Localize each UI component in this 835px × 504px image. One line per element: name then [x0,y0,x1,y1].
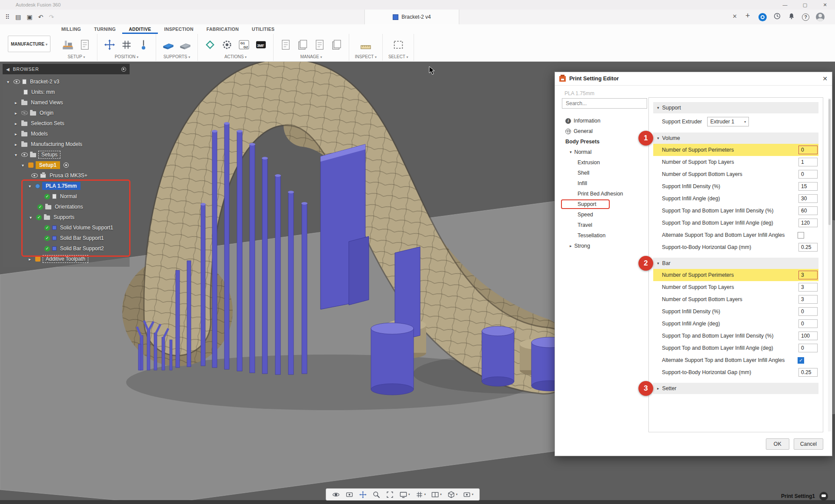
offset-pin-icon[interactable] [137,38,150,51]
ribbon-group-label[interactable]: INSPECT ▾ [355,54,377,60]
section-header-bar[interactable]: ▾ Bar [653,258,818,269]
collapse-panel-icon[interactable]: ◀ [6,67,10,72]
setting-input[interactable] [798,170,818,179]
setup-machine-icon[interactable] [61,38,74,51]
window-select-icon[interactable] [392,38,405,51]
tri-down-icon[interactable] [29,184,33,189]
ribbon-tab-fabrication[interactable]: FABRICATION [200,24,245,34]
app-grid-icon[interactable]: ⠿ [5,13,10,20]
setting-checkbox[interactable]: ✓ [798,357,804,364]
viewports-icon[interactable]: ▾ [430,491,443,499]
chevron-down-icon[interactable]: ▾ [657,261,659,265]
setting-input[interactable] [798,158,818,166]
browser-item-manufacturing-models[interactable]: Manufacturing Models [3,139,130,149]
ribbon-tab-inspection[interactable]: INSPECTION [158,24,200,34]
setting-input[interactable] [798,295,818,304]
display-settings-icon[interactable]: ▾ [398,491,411,499]
ribbon-group-label[interactable]: MANAGE ▾ [279,54,343,60]
document-tab[interactable]: Bracket-2 v4 [364,10,459,24]
orbit-icon[interactable] [331,491,341,499]
dialog-nav-speed[interactable]: Speed [561,209,647,220]
support-volume-icon[interactable] [162,38,175,51]
setting-input[interactable] [798,194,818,203]
ribbon-tab-turning[interactable]: TURNING [87,24,122,34]
file-menu-icon[interactable]: ▤ [15,13,21,20]
redo-icon[interactable]: ↷ [49,13,54,20]
ribbon-group-label[interactable]: ACTIONS ▾ [204,54,267,60]
new-tab-button[interactable]: + [745,11,750,20]
browser-item-supports[interactable]: Supports [3,212,130,222]
visual-style-icon[interactable]: ▾ [446,491,459,499]
close-button[interactable]: ✕ [815,0,835,10]
browser-item-solid-volume-support1[interactable]: Solid Volume Support1 [3,222,130,233]
tri-right-icon[interactable] [15,142,19,147]
setting-input[interactable] [798,243,818,252]
dialog-nav-shell[interactable]: Shell [561,168,647,178]
section-header-setter[interactable]: ▸ Setter [653,383,818,394]
setting-input[interactable] [798,319,818,328]
generate-icon[interactable] [220,38,234,51]
browser-item-selection-sets[interactable]: Selection Sets [3,118,130,129]
eye-off-icon[interactable] [21,111,28,115]
scrollbar-thumb[interactable] [828,99,831,225]
eye-icon[interactable] [21,153,28,157]
minimize-button[interactable]: — [775,0,795,10]
browser-item-solid-bar-support2[interactable]: Solid Bar Support2 [3,243,130,254]
setting-input[interactable] [798,182,818,191]
dialog-nav-travel[interactable]: Travel [561,220,647,230]
section-header-support[interactable]: ▾ Support [653,102,818,113]
browser-item-setups[interactable]: Setups [3,149,130,160]
ribbon-group-label[interactable]: SELECT ▾ [388,54,408,60]
browser-header[interactable]: ◀ BROWSER [3,64,130,74]
library-icon[interactable] [330,38,343,51]
workspace-switcher[interactable]: MANUFACTURE ▾ [8,36,50,52]
chevron-right-icon[interactable]: ▸ [657,386,659,391]
setting-input[interactable] [798,146,818,154]
tab-close-icon[interactable]: ✕ [732,13,737,20]
browser-item-named-views[interactable]: Named Views [3,97,130,108]
job-status-icon[interactable] [773,12,781,22]
dialog-nav-body-presets[interactable]: Body Presets [561,136,647,147]
look-at-icon[interactable] [344,491,355,499]
browser-item-orientations[interactable]: Orientations [3,202,130,212]
ok-button[interactable]: OK [766,438,789,450]
dialog-nav-extrusion[interactable]: Extrusion [561,157,647,168]
dialog-nav-normal[interactable]: ▾Normal [561,147,647,157]
browser-options-icon[interactable] [121,67,126,72]
tri-right-icon[interactable] [15,111,19,116]
browser-item-solid-bar-support1[interactable]: Solid Bar Support1 [3,233,130,243]
help-icon[interactable]: ? [802,13,809,21]
browser-item-pla-1-75mm[interactable]: PLA 1.75mm [3,181,130,191]
setting-input[interactable] [798,206,818,215]
undo-icon[interactable]: ↶ [38,13,43,20]
setting-input[interactable] [798,283,818,292]
object-visibility-icon[interactable]: ▾ [461,491,475,499]
simulate-icon[interactable] [204,38,217,51]
dialog-nav-tessellation[interactable]: Tessellation [561,230,647,241]
browser-item-bracket-2-v3[interactable]: Bracket-2 v3 [3,76,130,87]
setting-input[interactable] [798,332,818,340]
zoom-icon[interactable] [371,491,382,499]
fit-icon[interactable] [384,491,395,499]
browser-item-prusa-i3-mk3s[interactable]: Prusa i3 MK3S+ [3,170,130,181]
dialog-nav-infill[interactable]: Infill [561,178,647,189]
move-icon[interactable] [103,38,116,51]
comment-icon[interactable] [819,492,828,501]
setting-input[interactable] [798,368,818,377]
tri-right-icon[interactable] [15,100,19,105]
chevron-down-icon[interactable]: ▾ [570,147,572,157]
browser-item-origin[interactable]: Origin [3,108,130,118]
compare-icon[interactable] [296,38,309,51]
support-extruder-select[interactable]: Extruder 1 ▾ [707,117,749,126]
tri-right-icon[interactable] [29,257,33,262]
ribbon-tab-additive[interactable]: ADDITIVE [122,24,157,34]
save-icon[interactable]: ▣ [27,13,33,20]
toolpath-sheet-icon[interactable] [279,38,292,51]
notifications-icon[interactable] [788,12,795,22]
setting-checkbox[interactable] [798,232,804,239]
setup-sheet-icon[interactable] [78,38,91,51]
tri-down-icon[interactable] [22,163,26,168]
template-icon[interactable] [313,38,326,51]
dialog-titlebar[interactable]: Print Setting Editor ✕ [555,72,832,86]
eye-icon[interactable] [13,80,20,84]
